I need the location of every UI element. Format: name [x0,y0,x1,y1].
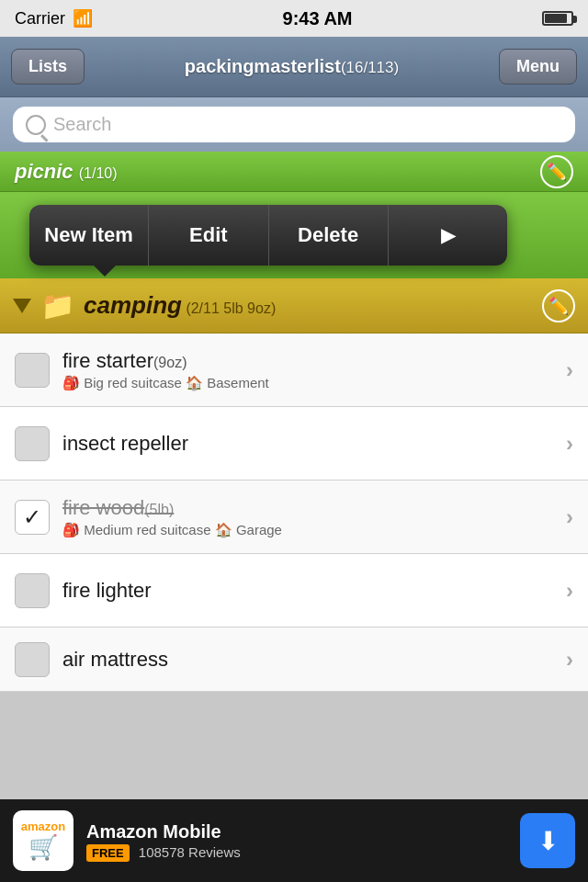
picnic-edit-button[interactable]: ✏️ [540,155,573,188]
checkbox-fire-wood[interactable]: ✓ [15,500,50,535]
list-item[interactable]: fire starter(9oz) 🎒 Big red suitcase 🏠 B… [0,334,588,407]
insect-repeller-text: insect repeller [62,432,553,456]
play-button[interactable]: ▶ [389,206,507,265]
amazon-sub: FREE 108578 Reviews [86,844,507,860]
search-input-wrap[interactable]: Search [13,107,575,142]
list-item[interactable]: ✓ fire wood(5lb) 🎒 Medium red suitcase 🏠… [0,481,588,554]
amazon-title: Amazon Mobile [86,821,507,842]
amazon-logo: amazon 🛒 [13,810,74,871]
chevron-right-icon: › [566,647,573,673]
picnic-title: picnic (1/10) [15,160,118,183]
item-name: fire wood(5lb) [62,496,174,519]
air-mattress-text: air mattress [62,648,553,672]
camping-title: camping [84,291,182,319]
new-item-button[interactable]: New Item [29,205,149,266]
checkmark-icon: ✓ [23,504,41,530]
search-icon [26,115,46,135]
delete-button[interactable]: Delete [269,205,389,266]
item-name: fire starter(9oz) [62,349,187,372]
fire-wood-text: fire wood(5lb) 🎒 Medium red suitcase 🏠 G… [62,496,553,538]
item-name: air mattress [62,648,168,671]
fire-starter-text: fire starter(9oz) 🎒 Big red suitcase 🏠 B… [62,349,553,391]
picnic-title-wrap: picnic (1/10) [15,160,118,184]
nav-title: packingmasterlist(16/113) [185,56,399,77]
chevron-right-icon: › [566,431,573,457]
carrier-label: Carrier [15,9,65,28]
pencil-icon: ✏️ [547,162,567,182]
fire-lighter-text: fire lighter [62,579,553,603]
camping-left: 📁 camping (2/11 5lb 9oz) [13,289,276,322]
amazon-info: Amazon Mobile FREE 108578 Reviews [86,821,507,860]
camping-title-wrap: camping (2/11 5lb 9oz) [84,291,276,320]
amazon-banner[interactable]: amazon 🛒 Amazon Mobile FREE 108578 Revie… [0,799,588,882]
status-right [542,11,573,26]
status-left: Carrier 📶 [15,8,93,28]
item-name: fire lighter [62,579,152,602]
items-list: fire starter(9oz) 🎒 Big red suitcase 🏠 B… [0,334,588,692]
chevron-right-icon: › [566,357,573,383]
search-bar: Search [0,97,588,152]
camping-section-header[interactable]: 📁 camping (2/11 5lb 9oz) ✏️ [0,278,588,334]
battery-icon [542,11,573,26]
collapse-icon [13,299,31,313]
amazon-cart-icon: 🛒 [28,833,58,862]
checkbox-insect-repeller[interactable] [15,426,50,461]
picnic-section-header[interactable]: picnic (1/10) ✏️ [0,152,588,192]
amazon-download-button[interactable]: ⬇ [520,813,575,868]
list-item[interactable]: insect repeller › [0,407,588,481]
menu-button[interactable]: Menu [499,49,577,85]
camping-sub: (2/11 5lb 9oz) [186,300,276,316]
amazon-free-badge: FREE [86,844,130,862]
download-icon: ⬇ [537,826,559,856]
amazon-logo-text: amazon [21,820,65,833]
checkbox-air-mattress[interactable] [15,642,50,677]
camping-pencil-icon: ✏️ [548,296,569,316]
context-menu: New Item Edit Delete ▶ [29,205,507,266]
checkbox-fire-starter[interactable] [15,353,50,388]
item-name: insect repeller [62,432,188,455]
list-item[interactable]: fire lighter › [0,554,588,628]
list-item[interactable]: air mattress › [0,628,588,692]
chevron-right-icon: › [566,504,573,530]
item-detail: 🎒 Medium red suitcase 🏠 Garage [62,522,553,538]
back-button[interactable]: Lists [11,49,85,85]
wifi-icon: 📶 [73,8,93,28]
checkbox-fire-lighter[interactable] [15,573,50,608]
nav-bar: Lists packingmasterlist(16/113) Menu [0,37,588,97]
status-time: 9:43 AM [283,8,353,29]
context-menu-container: New Item Edit Delete ▶ [0,192,588,278]
item-detail: 🎒 Big red suitcase 🏠 Basement [62,375,553,391]
folder-icon: 📁 [40,289,74,322]
camping-edit-button[interactable]: ✏️ [542,289,575,322]
edit-button[interactable]: Edit [149,205,268,266]
search-placeholder: Search [53,114,111,135]
amazon-reviews: 108578 Reviews [139,844,241,860]
chevron-right-icon: › [566,578,573,604]
status-bar: Carrier 📶 9:43 AM [0,0,588,37]
